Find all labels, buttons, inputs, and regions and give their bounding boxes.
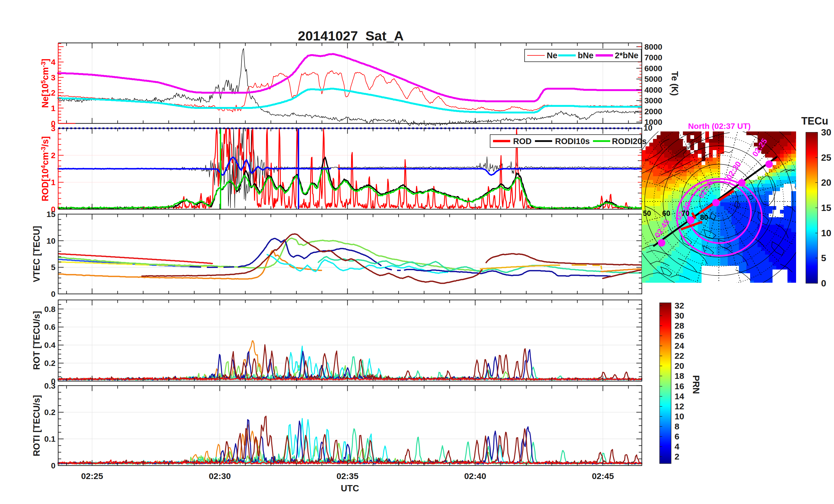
svg-text:16: 16: [675, 382, 684, 391]
svg-text:ROT [TECU/s]: ROT [TECU/s]: [31, 311, 42, 370]
svg-text:RODI20s: RODI20s: [612, 137, 647, 146]
svg-text:80: 80: [700, 213, 708, 221]
svg-text:14: 14: [675, 391, 684, 401]
svg-text:1: 1: [51, 178, 56, 187]
svg-text:0.8: 0.8: [44, 305, 56, 314]
svg-text:ROD[104cm-3/s]: ROD[104cm-3/s]: [40, 136, 50, 202]
svg-text:10: 10: [643, 123, 653, 132]
svg-text:6: 6: [675, 432, 679, 441]
svg-text:1: 1: [51, 104, 56, 113]
svg-text:25: 25: [821, 153, 831, 163]
svg-text:20: 20: [675, 361, 684, 370]
svg-text:TECu: TECu: [801, 115, 828, 127]
svg-text:15: 15: [821, 203, 831, 213]
svg-text:02:45: 02:45: [592, 471, 614, 481]
svg-text:20141027 Sat_A: 20141027 Sat_A: [298, 28, 404, 43]
svg-text:8: 8: [675, 421, 679, 431]
svg-text:30: 30: [821, 127, 831, 137]
svg-text:0: 0: [51, 461, 56, 470]
svg-text:0.6: 0.6: [44, 323, 56, 331]
svg-text:15: 15: [47, 210, 56, 219]
svg-text:0: 0: [51, 290, 56, 298]
svg-text:5000: 5000: [644, 75, 662, 84]
svg-text:6000: 6000: [644, 64, 662, 73]
svg-text:28: 28: [675, 321, 684, 330]
svg-text:02:30: 02:30: [209, 471, 231, 481]
svg-text:bNe: bNe: [578, 51, 594, 60]
svg-text:Te (K): Te (K): [670, 71, 680, 96]
svg-text:24: 24: [675, 341, 684, 350]
svg-text:26: 26: [675, 331, 684, 340]
svg-text:ROD: ROD: [513, 137, 531, 146]
svg-text:18: 18: [675, 371, 684, 381]
svg-text:32: 32: [675, 301, 684, 310]
svg-text:2: 2: [675, 452, 679, 461]
svg-text:RODI10s: RODI10s: [555, 137, 590, 146]
svg-text:4000: 4000: [644, 86, 662, 94]
svg-text:0.3: 0.3: [44, 382, 56, 390]
svg-text:Ne: Ne: [547, 51, 557, 60]
svg-text:02:25: 02:25: [81, 471, 103, 481]
svg-text:4: 4: [675, 442, 679, 451]
svg-text:VTEC [TECU]: VTEC [TECU]: [31, 226, 42, 282]
svg-text:3: 3: [51, 73, 56, 82]
svg-text:22: 22: [675, 351, 684, 361]
svg-text:UTC: UTC: [341, 483, 359, 494]
svg-text:8000: 8000: [644, 43, 662, 51]
svg-text:0.2: 0.2: [44, 359, 56, 368]
svg-text:7000: 7000: [644, 53, 662, 62]
svg-text:20: 20: [821, 177, 831, 188]
svg-text:2000: 2000: [644, 107, 662, 116]
svg-text:5: 5: [821, 253, 826, 263]
svg-text:0.1: 0.1: [44, 435, 56, 443]
svg-text:0.4: 0.4: [44, 341, 56, 349]
svg-text:10: 10: [675, 412, 684, 421]
svg-text:10: 10: [47, 236, 56, 245]
svg-text:60: 60: [662, 209, 670, 217]
svg-text:2: 2: [51, 151, 56, 160]
svg-text:3: 3: [51, 124, 56, 133]
svg-text:North (02:37 UT): North (02:37 UT): [688, 122, 751, 131]
svg-text:0: 0: [821, 278, 826, 289]
svg-text:2: 2: [51, 88, 56, 97]
svg-text:3000: 3000: [644, 96, 662, 105]
svg-text:2*bNe: 2*bNe: [615, 51, 638, 60]
svg-text:5: 5: [51, 263, 56, 272]
svg-text:0.2: 0.2: [44, 408, 56, 417]
svg-text:02:35: 02:35: [336, 471, 358, 481]
svg-text:02:40: 02:40: [464, 471, 486, 481]
svg-text:10: 10: [821, 228, 831, 238]
svg-text:50: 50: [643, 209, 651, 217]
svg-text:70: 70: [681, 209, 689, 217]
svg-text:4: 4: [51, 58, 56, 67]
svg-text:12: 12: [675, 402, 684, 411]
svg-text:30: 30: [675, 311, 684, 320]
svg-text:ROTI [TECU/s]: ROTI [TECU/s]: [31, 395, 42, 456]
svg-text:PRN: PRN: [691, 375, 701, 394]
